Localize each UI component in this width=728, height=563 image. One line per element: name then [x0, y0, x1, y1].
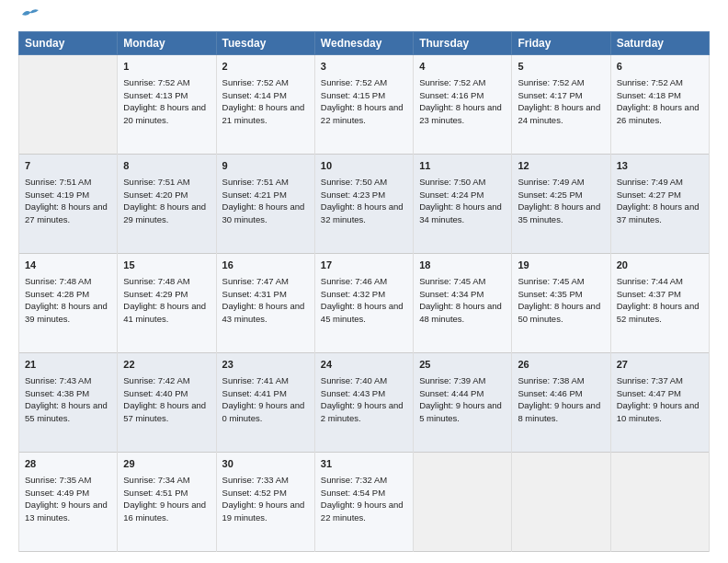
- sunset: Sunset: 4:13 PM: [123, 90, 188, 100]
- sunset: Sunset: 4:17 PM: [518, 90, 582, 100]
- day-number: 22: [123, 358, 210, 373]
- sunset: Sunset: 4:37 PM: [617, 289, 681, 299]
- sunset: Sunset: 4:20 PM: [123, 190, 188, 200]
- sunset: Sunset: 4:54 PM: [321, 488, 385, 498]
- day-number: 12: [518, 159, 604, 174]
- day-number: 3: [321, 60, 407, 75]
- day-number: 2: [222, 60, 309, 75]
- sunset: Sunset: 4:51 PM: [123, 488, 188, 498]
- sunrise: Sunrise: 7:51 AM: [222, 177, 289, 187]
- daylight: Daylight: 9 hours and 2 minutes.: [321, 400, 404, 423]
- calendar-week-row: 21Sunrise: 7:43 AMSunset: 4:38 PMDayligh…: [19, 353, 710, 453]
- daylight: Daylight: 9 hours and 19 minutes.: [222, 500, 305, 523]
- daylight: Daylight: 8 hours and 24 minutes.: [518, 102, 600, 125]
- calendar-cell: 17Sunrise: 7:46 AMSunset: 4:32 PMDayligh…: [314, 254, 413, 353]
- sunrise: Sunrise: 7:42 AM: [123, 375, 189, 385]
- calendar-day-header: Sunday: [19, 32, 118, 55]
- calendar-cell: 13Sunrise: 7:49 AMSunset: 4:27 PMDayligh…: [610, 155, 709, 254]
- day-number: 19: [518, 259, 604, 273]
- sunrise: Sunrise: 7:45 AM: [518, 276, 584, 286]
- daylight: Daylight: 8 hours and 50 minutes.: [518, 301, 600, 324]
- sunrise: Sunrise: 7:52 AM: [518, 77, 584, 87]
- sunrise: Sunrise: 7:48 AM: [25, 276, 91, 286]
- daylight: Daylight: 8 hours and 45 minutes.: [321, 301, 404, 324]
- sunset: Sunset: 4:40 PM: [123, 388, 188, 398]
- sunset: Sunset: 4:43 PM: [321, 388, 385, 398]
- daylight: Daylight: 9 hours and 22 minutes.: [321, 500, 404, 523]
- calendar-day-header: Friday: [512, 32, 610, 55]
- sunset: Sunset: 4:44 PM: [419, 388, 483, 398]
- daylight: Daylight: 9 hours and 13 minutes.: [25, 500, 108, 523]
- daylight: Daylight: 8 hours and 41 minutes.: [123, 301, 206, 324]
- sunset: Sunset: 4:52 PM: [222, 488, 287, 498]
- day-number: 31: [321, 457, 407, 472]
- day-number: 8: [123, 159, 210, 174]
- day-number: 1: [123, 60, 210, 75]
- day-number: 29: [123, 457, 210, 472]
- calendar-cell: 25Sunrise: 7:39 AMSunset: 4:44 PMDayligh…: [414, 353, 512, 453]
- logo: [18, 15, 40, 22]
- daylight: Daylight: 8 hours and 34 minutes.: [419, 201, 502, 224]
- day-number: 23: [222, 358, 309, 373]
- calendar-cell: 4Sunrise: 7:52 AMSunset: 4:16 PMDaylight…: [414, 55, 512, 155]
- sunrise: Sunrise: 7:52 AM: [123, 77, 189, 87]
- calendar-cell: 24Sunrise: 7:40 AMSunset: 4:43 PMDayligh…: [314, 353, 413, 453]
- day-number: 9: [222, 159, 309, 174]
- daylight: Daylight: 8 hours and 32 minutes.: [321, 201, 404, 224]
- calendar-cell: 15Sunrise: 7:48 AMSunset: 4:29 PMDayligh…: [118, 254, 216, 353]
- logo-bird-icon: [20, 7, 40, 22]
- calendar-cell: 2Sunrise: 7:52 AMSunset: 4:14 PMDaylight…: [216, 55, 314, 155]
- sunset: Sunset: 4:38 PM: [25, 388, 89, 398]
- day-number: 16: [222, 259, 309, 273]
- sunrise: Sunrise: 7:50 AM: [321, 177, 387, 187]
- calendar-week-row: 28Sunrise: 7:35 AMSunset: 4:49 PMDayligh…: [19, 453, 710, 552]
- sunset: Sunset: 4:34 PM: [419, 289, 483, 299]
- sunrise: Sunrise: 7:46 AM: [321, 276, 387, 286]
- sunset: Sunset: 4:23 PM: [321, 190, 385, 200]
- calendar-cell: 5Sunrise: 7:52 AMSunset: 4:17 PMDaylight…: [512, 55, 610, 155]
- day-number: 5: [518, 60, 604, 75]
- sunrise: Sunrise: 7:35 AM: [25, 475, 91, 485]
- calendar-week-row: 14Sunrise: 7:48 AMSunset: 4:28 PMDayligh…: [19, 254, 710, 353]
- sunset: Sunset: 4:28 PM: [25, 289, 89, 299]
- calendar-cell: 21Sunrise: 7:43 AMSunset: 4:38 PMDayligh…: [19, 353, 118, 453]
- calendar-table: SundayMondayTuesdayWednesdayThursdayFrid…: [18, 31, 710, 552]
- daylight: Daylight: 8 hours and 52 minutes.: [617, 301, 700, 324]
- daylight: Daylight: 8 hours and 20 minutes.: [123, 102, 206, 125]
- daylight: Daylight: 9 hours and 0 minutes.: [222, 400, 305, 423]
- day-number: 14: [25, 259, 111, 273]
- sunrise: Sunrise: 7:39 AM: [419, 375, 485, 385]
- sunrise: Sunrise: 7:34 AM: [123, 475, 189, 485]
- daylight: Daylight: 8 hours and 37 minutes.: [617, 201, 700, 224]
- daylight: Daylight: 8 hours and 57 minutes.: [123, 400, 206, 423]
- calendar-cell: 20Sunrise: 7:44 AMSunset: 4:37 PMDayligh…: [610, 254, 709, 353]
- day-number: 18: [419, 259, 506, 273]
- sunset: Sunset: 4:41 PM: [222, 388, 287, 398]
- day-number: 28: [25, 457, 111, 472]
- daylight: Daylight: 8 hours and 35 minutes.: [518, 201, 600, 224]
- calendar-cell: 10Sunrise: 7:50 AMSunset: 4:23 PMDayligh…: [314, 155, 413, 254]
- day-number: 26: [518, 358, 604, 373]
- sunrise: Sunrise: 7:52 AM: [222, 77, 289, 87]
- daylight: Daylight: 8 hours and 27 minutes.: [25, 201, 108, 224]
- page: SundayMondayTuesdayWednesdayThursdayFrid…: [0, 0, 728, 563]
- sunset: Sunset: 4:32 PM: [321, 289, 385, 299]
- daylight: Daylight: 8 hours and 22 minutes.: [321, 102, 404, 125]
- calendar-cell: [512, 453, 610, 552]
- calendar-day-header: Tuesday: [216, 32, 314, 55]
- day-number: 24: [321, 358, 407, 373]
- day-number: 30: [222, 457, 309, 472]
- day-number: 17: [321, 259, 407, 273]
- calendar-cell: 29Sunrise: 7:34 AMSunset: 4:51 PMDayligh…: [118, 453, 216, 552]
- sunset: Sunset: 4:47 PM: [617, 388, 681, 398]
- calendar-week-row: 7Sunrise: 7:51 AMSunset: 4:19 PMDaylight…: [19, 155, 710, 254]
- calendar-day-header: Wednesday: [314, 32, 413, 55]
- sunrise: Sunrise: 7:52 AM: [617, 77, 683, 87]
- calendar-cell: 19Sunrise: 7:45 AMSunset: 4:35 PMDayligh…: [512, 254, 610, 353]
- daylight: Daylight: 8 hours and 23 minutes.: [419, 102, 502, 125]
- day-number: 6: [617, 60, 703, 75]
- daylight: Daylight: 8 hours and 29 minutes.: [123, 201, 206, 224]
- calendar-cell: 26Sunrise: 7:38 AMSunset: 4:46 PMDayligh…: [512, 353, 610, 453]
- sunset: Sunset: 4:25 PM: [518, 190, 582, 200]
- calendar-cell: [610, 453, 709, 552]
